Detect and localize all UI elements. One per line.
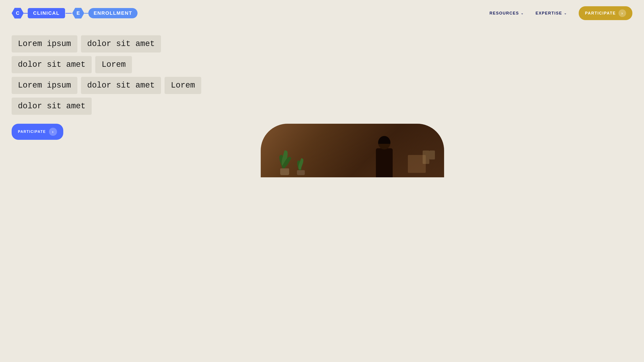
tag-row-3: dolor sit amet (12, 98, 632, 115)
participate-bottom-button[interactable]: PARTICIPATE › (12, 124, 63, 140)
tag-2-0[interactable]: Lorem ipsum (12, 77, 77, 94)
resources-chevron-icon: ⌄ (521, 11, 524, 15)
tag-row-2: Lorem ipsum dolor sit amet Lorem (12, 77, 632, 94)
navigation: C CLINICAL E ENROLLMENT RESOURCES ⌄ EXPE… (0, 0, 644, 26)
clinical-hex-icon: C (12, 7, 24, 19)
tag-row-1: dolor sit amet Lorem (12, 56, 632, 73)
participate-arrow-icon: › (618, 9, 626, 17)
enrollment-brand-pill: ENROLLMENT (88, 8, 138, 18)
connector-line-1 (24, 13, 28, 14)
nav-left: C CLINICAL E ENROLLMENT (12, 7, 138, 19)
tag-1-1[interactable]: Lorem (95, 56, 132, 73)
connector-line-2 (84, 13, 88, 14)
logo-enrollment-separator (66, 13, 72, 14)
expertise-nav-link[interactable]: EXPERTISE ⌄ (536, 11, 567, 16)
clinical-brand-pill: CLINICAL (28, 8, 65, 18)
tag-grid: Lorem ipsum dolor sit amet dolor sit ame… (12, 35, 632, 115)
hero-image (261, 124, 444, 177)
nav-right: RESOURCES ⌄ EXPERTISE ⌄ PARTICIPATE › (490, 6, 632, 20)
participate-nav-button[interactable]: PARTICIPATE › (579, 6, 632, 20)
participate-bottom-arrow-icon: › (49, 128, 57, 136)
tag-0-1[interactable]: dolor sit amet (81, 35, 161, 52)
main-content: Lorem ipsum dolor sit amet dolor sit ame… (0, 26, 644, 177)
tag-3-0[interactable]: dolor sit amet (12, 98, 92, 115)
bg-object-2 (422, 151, 429, 164)
enrollment-hex-icon: E (72, 7, 84, 19)
tag-row-0: Lorem ipsum dolor sit amet (12, 35, 632, 52)
bottom-section: PARTICIPATE › (12, 124, 632, 177)
expertise-chevron-icon: ⌄ (564, 11, 567, 15)
tag-2-1[interactable]: dolor sit amet (81, 77, 161, 94)
resources-nav-link[interactable]: RESOURCES ⌄ (490, 11, 524, 16)
plant-decoration (279, 148, 305, 175)
enrollment-logo-group[interactable]: E ENROLLMENT (72, 7, 138, 19)
bg-object-3 (429, 151, 435, 160)
clinical-logo-group[interactable]: C CLINICAL (12, 7, 65, 19)
tag-1-0[interactable]: dolor sit amet (12, 56, 92, 73)
tag-0-0[interactable]: Lorem ipsum (12, 35, 77, 52)
tag-2-2[interactable]: Lorem (164, 77, 201, 94)
hero-image-container (72, 124, 632, 177)
person-silhouette (376, 136, 393, 177)
